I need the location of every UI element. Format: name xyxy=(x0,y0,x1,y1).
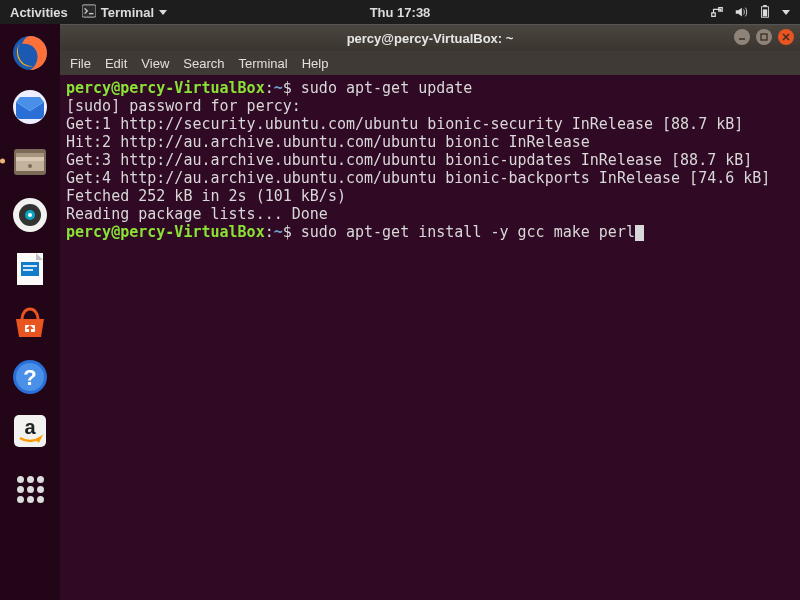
files-launcher[interactable] xyxy=(7,138,53,184)
text-cursor xyxy=(635,225,644,241)
prompt-path: ~ xyxy=(274,223,283,241)
output-line: Hit:2 http://au.archive.ubuntu.com/ubunt… xyxy=(66,133,590,151)
command-1: sudo apt-get update xyxy=(301,79,473,97)
menu-help[interactable]: Help xyxy=(302,56,329,71)
window-title: percy@percy-VirtualBox: ~ xyxy=(347,31,514,46)
activities-button[interactable]: Activities xyxy=(10,5,68,20)
apps-grid-icon xyxy=(17,476,44,503)
prompt-dollar: $ xyxy=(283,79,301,97)
firefox-launcher[interactable] xyxy=(7,30,53,76)
software-center-launcher[interactable] xyxy=(7,300,53,346)
svg-rect-17 xyxy=(23,265,37,267)
prompt-colon: : xyxy=(265,79,274,97)
menubar: File Edit View Search Terminal Help xyxy=(60,51,800,75)
output-line: Get:4 http://au.archive.ubuntu.com/ubunt… xyxy=(66,169,770,187)
menu-view[interactable]: View xyxy=(141,56,169,71)
prompt-colon: : xyxy=(265,223,274,241)
menu-terminal[interactable]: Terminal xyxy=(239,56,288,71)
clock[interactable]: Thu 17:38 xyxy=(370,5,431,20)
dropdown-icon xyxy=(159,10,167,15)
maximize-button[interactable] xyxy=(756,29,772,45)
chevron-down-icon xyxy=(782,10,790,15)
network-icon xyxy=(710,5,724,19)
svg-rect-0 xyxy=(82,4,96,16)
output-line: Reading package lists... Done xyxy=(66,205,328,223)
app-menu-label: Terminal xyxy=(101,5,154,20)
system-status-area[interactable] xyxy=(710,5,790,19)
prompt-path: ~ xyxy=(274,79,283,97)
thunderbird-launcher[interactable] xyxy=(7,84,53,130)
output-line: Fetched 252 kB in 2s (101 kB/s) xyxy=(66,187,346,205)
svg-rect-25 xyxy=(761,34,767,40)
svg-point-10 xyxy=(28,164,32,168)
command-2: sudo apt-get install -y gcc make perl xyxy=(301,223,635,241)
svg-rect-2 xyxy=(763,5,767,7)
terminal-icon xyxy=(82,4,96,21)
svg-text:a: a xyxy=(24,416,36,438)
volume-icon xyxy=(734,5,748,19)
svg-point-14 xyxy=(28,213,32,217)
window-titlebar[interactable]: percy@percy-VirtualBox: ~ xyxy=(60,25,800,51)
menu-edit[interactable]: Edit xyxy=(105,56,127,71)
menu-file[interactable]: File xyxy=(70,56,91,71)
svg-rect-8 xyxy=(16,153,44,157)
output-line: Get:3 http://au.archive.ubuntu.com/ubunt… xyxy=(66,151,752,169)
close-button[interactable] xyxy=(778,29,794,45)
output-line: Get:1 http://security.ubuntu.com/ubuntu … xyxy=(66,115,743,133)
rhythmbox-launcher[interactable] xyxy=(7,192,53,238)
app-menu[interactable]: Terminal xyxy=(82,4,167,21)
minimize-button[interactable] xyxy=(734,29,750,45)
prompt-dollar: $ xyxy=(283,223,301,241)
prompt-user-host: percy@percy-VirtualBox xyxy=(66,223,265,241)
help-launcher[interactable]: ? xyxy=(7,354,53,400)
svg-rect-3 xyxy=(763,9,767,16)
svg-rect-18 xyxy=(23,269,33,271)
amazon-launcher[interactable]: a xyxy=(7,408,53,454)
launcher: ? a xyxy=(0,24,60,600)
output-line: [sudo] password for percy: xyxy=(66,97,301,115)
menu-search[interactable]: Search xyxy=(183,56,224,71)
battery-icon xyxy=(758,5,772,19)
prompt-user-host: percy@percy-VirtualBox xyxy=(66,79,265,97)
terminal-pane[interactable]: percy@percy-VirtualBox:~$ sudo apt-get u… xyxy=(60,75,800,600)
show-applications[interactable] xyxy=(7,466,53,512)
svg-text:?: ? xyxy=(23,365,36,390)
terminal-window: percy@percy-VirtualBox: ~ File Edit View… xyxy=(60,24,800,600)
top-panel: Activities Terminal Thu 17:38 xyxy=(0,0,800,24)
libreoffice-writer-launcher[interactable] xyxy=(7,246,53,292)
